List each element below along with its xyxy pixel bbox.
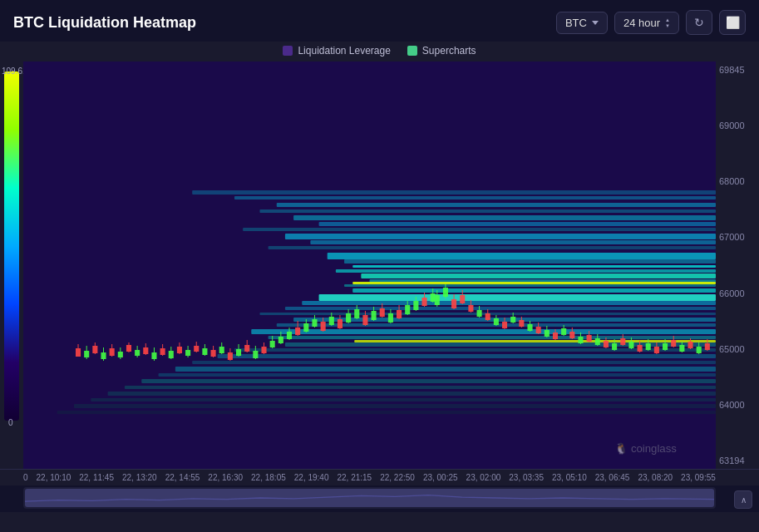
coin-chevron-icon [592,21,599,25]
svg-rect-124 [553,332,558,339]
svg-rect-136 [604,341,609,347]
svg-rect-1 [192,190,716,195]
svg-rect-33 [175,367,716,372]
time-label-14: 23, 06:45 [595,473,630,482]
time-label-13: 23, 05:10 [552,473,587,482]
svg-rect-164 [312,319,317,327]
svg-rect-186 [405,305,410,314]
color-scale: 109.61M 0 [0,62,23,469]
svg-rect-146 [646,343,651,350]
camera-icon: ⬜ [726,16,740,29]
svg-rect-90 [278,337,283,343]
svg-rect-40 [57,411,716,414]
chart-legend: Liquidation Leverage Supercharts [0,42,759,62]
chart-container: 109.61M 0 [0,62,759,469]
svg-rect-92 [287,332,292,339]
svg-rect-4 [259,209,716,213]
svg-rect-6 [319,222,716,226]
svg-rect-166 [321,322,326,331]
svg-rect-44 [84,351,89,357]
svg-rect-188 [413,301,418,310]
svg-rect-152 [671,340,676,347]
svg-rect-162 [303,323,308,332]
time-axis: 0 22, 10:10 22, 11:45 22, 13:20 22, 14:5… [0,469,759,485]
svg-rect-29 [285,342,716,347]
svg-rect-3 [277,203,716,207]
svg-rect-12 [344,259,716,264]
svg-rect-192 [431,293,436,302]
svg-rect-14 [336,269,716,273]
svg-rect-128 [569,332,574,338]
svg-rect-82 [244,345,249,352]
price-label-66000: 66000 [719,288,757,298]
scale-bottom-label: 0 [8,418,13,427]
heatmap-area[interactable]: 🐧 coinglass [23,62,716,469]
collapse-button[interactable]: ∧ [734,490,752,509]
mini-chart-svg [25,489,714,507]
svg-rect-72 [202,348,207,355]
svg-rect-78 [228,352,233,360]
svg-rect-150 [663,343,668,350]
camera-button[interactable]: ⬜ [719,10,746,35]
svg-rect-100 [451,299,456,308]
svg-rect-126 [561,328,566,335]
time-label-11: 23, 02:00 [466,473,501,482]
svg-rect-19 [319,294,716,301]
svg-rect-54 [126,345,131,352]
svg-rect-68 [185,350,190,356]
refresh-button[interactable]: ↻ [686,10,712,35]
time-updown-icon [665,17,670,28]
heatmap-canvas: 🐧 coinglass [23,62,716,469]
svg-rect-46 [92,346,97,353]
collapse-icon: ∧ [741,495,747,505]
svg-rect-80 [236,349,241,356]
svg-rect-84 [253,351,258,358]
coin-label: BTC [565,17,587,29]
svg-rect-37 [108,392,716,396]
svg-rect-52 [118,352,123,357]
time-label: 24 hour [623,17,660,29]
svg-rect-38 [91,398,716,401]
time-selector[interactable]: 24 hour [614,12,679,34]
svg-rect-132 [587,335,592,342]
svg-rect-122 [545,330,550,337]
heatmap-svg: 🐧 coinglass [23,62,716,469]
time-label-16: 23, 09:55 [681,473,716,482]
svg-rect-2 [234,196,716,200]
price-label-68000: 68000 [719,176,757,186]
price-axis: 69845 69000 68000 67000 66000 65000 6400… [716,62,759,469]
time-label-10: 23, 00:25 [423,473,458,482]
svg-rect-130 [578,337,583,343]
svg-rect-158 [697,347,702,353]
time-label-7: 22, 19:40 [294,473,329,482]
legend-label-supercharts: Supercharts [422,45,476,57]
svg-rect-178 [372,311,377,320]
coin-selector[interactable]: BTC [556,12,608,34]
refresh-icon: ↻ [694,16,704,29]
scrollbar-track[interactable] [23,487,716,509]
price-label-69000: 69000 [719,121,757,131]
svg-rect-21 [354,340,716,342]
time-label-15: 23, 08:20 [638,473,673,482]
time-label-4: 22, 14:55 [165,473,200,482]
svg-rect-174 [354,309,359,318]
svg-rect-154 [679,345,684,352]
svg-rect-102 [460,295,465,303]
svg-rect-118 [527,324,532,331]
svg-rect-180 [380,308,385,317]
svg-rect-160 [705,343,710,350]
svg-rect-5 [293,215,716,220]
time-label-0: 0 [23,473,28,482]
svg-text:🐧 coinglass: 🐧 coinglass [614,441,677,456]
svg-rect-9 [310,240,716,244]
svg-rect-22 [302,301,716,305]
svg-rect-140 [620,338,625,345]
svg-rect-76 [219,347,224,353]
scrollbar-thumb[interactable] [25,489,714,507]
svg-rect-120 [536,327,541,333]
svg-rect-30 [234,348,716,352]
price-label-64000: 64000 [719,400,757,410]
svg-rect-182 [388,313,393,323]
svg-rect-23 [285,307,716,310]
svg-rect-184 [397,310,402,318]
